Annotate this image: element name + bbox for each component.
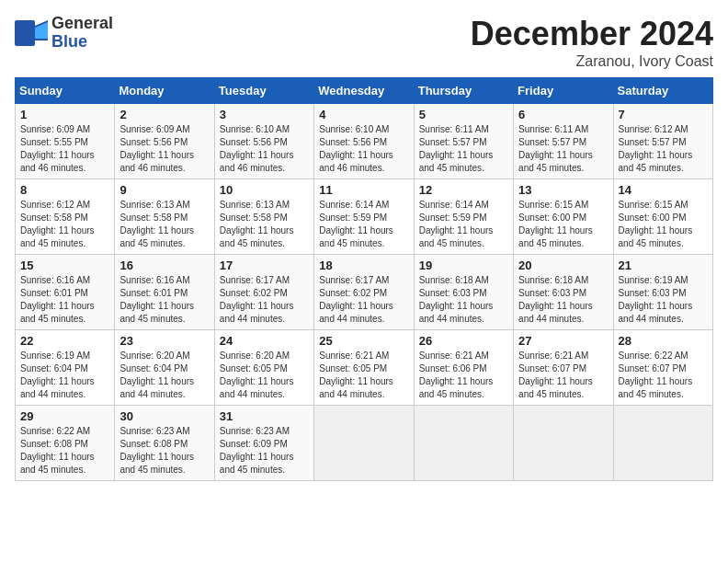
day-info: Sunrise: 6:23 AM Sunset: 6:08 PM Dayligh… bbox=[119, 425, 209, 477]
day-info: Sunrise: 6:18 AM Sunset: 6:03 PM Dayligh… bbox=[518, 274, 608, 326]
day-info: Sunrise: 6:20 AM Sunset: 6:05 PM Dayligh… bbox=[220, 350, 309, 401]
calendar-cell: 24Sunrise: 6:20 AM Sunset: 6:05 PM Dayli… bbox=[214, 330, 313, 406]
day-number: 3 bbox=[220, 108, 309, 121]
calendar-cell bbox=[314, 406, 414, 481]
calendar-cell bbox=[613, 406, 712, 481]
day-number: 10 bbox=[220, 183, 309, 197]
month-title: December 2024 bbox=[471, 15, 713, 53]
day-number: 28 bbox=[619, 334, 708, 348]
day-number: 31 bbox=[220, 409, 309, 423]
day-info: Sunrise: 6:12 AM Sunset: 5:57 PM Dayligh… bbox=[619, 123, 708, 175]
day-number: 1 bbox=[20, 108, 109, 121]
day-info: Sunrise: 6:13 AM Sunset: 5:58 PM Dayligh… bbox=[119, 199, 209, 250]
calendar-week-2: 8Sunrise: 6:12 AM Sunset: 5:58 PM Daylig… bbox=[16, 179, 713, 255]
day-number: 27 bbox=[518, 334, 608, 348]
day-info: Sunrise: 6:15 AM Sunset: 6:00 PM Dayligh… bbox=[619, 199, 708, 250]
day-number: 22 bbox=[20, 334, 109, 348]
calendar-week-4: 22Sunrise: 6:19 AM Sunset: 6:04 PM Dayli… bbox=[16, 330, 713, 406]
logo-blue: Blue bbox=[51, 33, 113, 52]
day-info: Sunrise: 6:19 AM Sunset: 6:03 PM Dayligh… bbox=[619, 274, 708, 326]
calendar-cell: 11Sunrise: 6:14 AM Sunset: 5:59 PM Dayli… bbox=[314, 179, 414, 255]
logo-icon bbox=[15, 20, 48, 46]
calendar-cell: 31Sunrise: 6:23 AM Sunset: 6:09 PM Dayli… bbox=[214, 406, 313, 481]
calendar-table: SundayMondayTuesdayWednesdayThursdayFrid… bbox=[15, 77, 713, 481]
day-info: Sunrise: 6:12 AM Sunset: 5:58 PM Dayligh… bbox=[20, 199, 109, 250]
day-number: 24 bbox=[220, 334, 309, 348]
day-number: 25 bbox=[319, 334, 408, 348]
location-subtitle: Zaranou, Ivory Coast bbox=[471, 53, 713, 70]
day-number: 15 bbox=[20, 259, 109, 272]
calendar-cell: 1Sunrise: 6:09 AM Sunset: 5:55 PM Daylig… bbox=[16, 104, 115, 179]
day-info: Sunrise: 6:21 AM Sunset: 6:07 PM Dayligh… bbox=[518, 350, 608, 401]
day-number: 4 bbox=[319, 108, 408, 121]
weekday-sunday: Sunday bbox=[16, 78, 115, 104]
day-info: Sunrise: 6:09 AM Sunset: 5:55 PM Dayligh… bbox=[20, 123, 109, 175]
day-info: Sunrise: 6:22 AM Sunset: 6:08 PM Dayligh… bbox=[20, 425, 109, 477]
day-number: 12 bbox=[419, 183, 508, 197]
day-info: Sunrise: 6:21 AM Sunset: 6:06 PM Dayligh… bbox=[419, 350, 508, 401]
calendar-cell: 5Sunrise: 6:11 AM Sunset: 5:57 PM Daylig… bbox=[414, 104, 513, 179]
day-number: 18 bbox=[319, 259, 408, 272]
calendar-cell bbox=[414, 406, 513, 481]
day-number: 9 bbox=[119, 183, 209, 197]
title-area: December 2024 Zaranou, Ivory Coast bbox=[471, 15, 713, 70]
calendar-week-5: 29Sunrise: 6:22 AM Sunset: 6:08 PM Dayli… bbox=[16, 406, 713, 481]
day-info: Sunrise: 6:20 AM Sunset: 6:04 PM Dayligh… bbox=[119, 350, 209, 401]
day-info: Sunrise: 6:17 AM Sunset: 6:02 PM Dayligh… bbox=[319, 274, 408, 326]
calendar-cell: 28Sunrise: 6:22 AM Sunset: 6:07 PM Dayli… bbox=[613, 330, 712, 406]
calendar-cell: 15Sunrise: 6:16 AM Sunset: 6:01 PM Dayli… bbox=[16, 255, 115, 330]
weekday-saturday: Saturday bbox=[613, 78, 712, 104]
calendar-cell: 14Sunrise: 6:15 AM Sunset: 6:00 PM Dayli… bbox=[613, 179, 712, 255]
day-number: 14 bbox=[619, 183, 708, 197]
day-info: Sunrise: 6:10 AM Sunset: 5:56 PM Dayligh… bbox=[319, 123, 408, 175]
day-number: 20 bbox=[518, 259, 608, 272]
calendar-cell: 10Sunrise: 6:13 AM Sunset: 5:58 PM Dayli… bbox=[214, 179, 313, 255]
calendar-cell: 4Sunrise: 6:10 AM Sunset: 5:56 PM Daylig… bbox=[314, 104, 414, 179]
calendar-cell: 9Sunrise: 6:13 AM Sunset: 5:58 PM Daylig… bbox=[115, 179, 214, 255]
calendar-cell: 3Sunrise: 6:10 AM Sunset: 5:56 PM Daylig… bbox=[214, 104, 313, 179]
day-number: 11 bbox=[319, 183, 408, 197]
day-number: 23 bbox=[119, 334, 209, 348]
calendar-cell: 16Sunrise: 6:16 AM Sunset: 6:01 PM Dayli… bbox=[115, 255, 214, 330]
weekday-tuesday: Tuesday bbox=[214, 78, 313, 104]
day-number: 8 bbox=[20, 183, 109, 197]
day-info: Sunrise: 6:11 AM Sunset: 5:57 PM Dayligh… bbox=[419, 123, 508, 175]
calendar-cell: 8Sunrise: 6:12 AM Sunset: 5:58 PM Daylig… bbox=[16, 179, 115, 255]
day-info: Sunrise: 6:21 AM Sunset: 6:05 PM Dayligh… bbox=[319, 350, 408, 401]
day-info: Sunrise: 6:13 AM Sunset: 5:58 PM Dayligh… bbox=[220, 199, 309, 250]
calendar-cell: 27Sunrise: 6:21 AM Sunset: 6:07 PM Dayli… bbox=[514, 330, 613, 406]
calendar-cell bbox=[514, 406, 613, 481]
calendar-cell: 6Sunrise: 6:11 AM Sunset: 5:57 PM Daylig… bbox=[514, 104, 613, 179]
day-number: 30 bbox=[119, 409, 209, 423]
calendar-body: 1Sunrise: 6:09 AM Sunset: 5:55 PM Daylig… bbox=[16, 104, 713, 481]
day-info: Sunrise: 6:14 AM Sunset: 5:59 PM Dayligh… bbox=[319, 199, 408, 250]
calendar-cell: 17Sunrise: 6:17 AM Sunset: 6:02 PM Dayli… bbox=[214, 255, 313, 330]
day-number: 2 bbox=[119, 108, 209, 121]
calendar-cell: 2Sunrise: 6:09 AM Sunset: 5:56 PM Daylig… bbox=[115, 104, 214, 179]
calendar-cell: 20Sunrise: 6:18 AM Sunset: 6:03 PM Dayli… bbox=[514, 255, 613, 330]
day-number: 19 bbox=[419, 259, 508, 272]
weekday-wednesday: Wednesday bbox=[314, 78, 414, 104]
day-number: 13 bbox=[518, 183, 608, 197]
calendar-cell: 19Sunrise: 6:18 AM Sunset: 6:03 PM Dayli… bbox=[414, 255, 513, 330]
calendar-cell: 22Sunrise: 6:19 AM Sunset: 6:04 PM Dayli… bbox=[16, 330, 115, 406]
calendar-cell: 12Sunrise: 6:14 AM Sunset: 5:59 PM Dayli… bbox=[414, 179, 513, 255]
day-info: Sunrise: 6:19 AM Sunset: 6:04 PM Dayligh… bbox=[20, 350, 109, 401]
calendar-cell: 13Sunrise: 6:15 AM Sunset: 6:00 PM Dayli… bbox=[514, 179, 613, 255]
calendar-cell: 29Sunrise: 6:22 AM Sunset: 6:08 PM Dayli… bbox=[16, 406, 115, 481]
day-info: Sunrise: 6:16 AM Sunset: 6:01 PM Dayligh… bbox=[119, 274, 209, 326]
day-info: Sunrise: 6:14 AM Sunset: 5:59 PM Dayligh… bbox=[419, 199, 508, 250]
day-info: Sunrise: 6:18 AM Sunset: 6:03 PM Dayligh… bbox=[419, 274, 508, 326]
calendar-cell: 26Sunrise: 6:21 AM Sunset: 6:06 PM Dayli… bbox=[414, 330, 513, 406]
day-number: 26 bbox=[419, 334, 508, 348]
day-number: 17 bbox=[220, 259, 309, 272]
weekday-monday: Monday bbox=[115, 78, 214, 104]
svg-rect-0 bbox=[15, 20, 35, 46]
calendar-week-3: 15Sunrise: 6:16 AM Sunset: 6:01 PM Dayli… bbox=[16, 255, 713, 330]
calendar-cell: 18Sunrise: 6:17 AM Sunset: 6:02 PM Dayli… bbox=[314, 255, 414, 330]
calendar-cell: 7Sunrise: 6:12 AM Sunset: 5:57 PM Daylig… bbox=[613, 104, 712, 179]
calendar-cell: 21Sunrise: 6:19 AM Sunset: 6:03 PM Dayli… bbox=[613, 255, 712, 330]
day-number: 5 bbox=[419, 108, 508, 121]
day-number: 7 bbox=[619, 108, 708, 121]
day-number: 6 bbox=[518, 108, 608, 121]
